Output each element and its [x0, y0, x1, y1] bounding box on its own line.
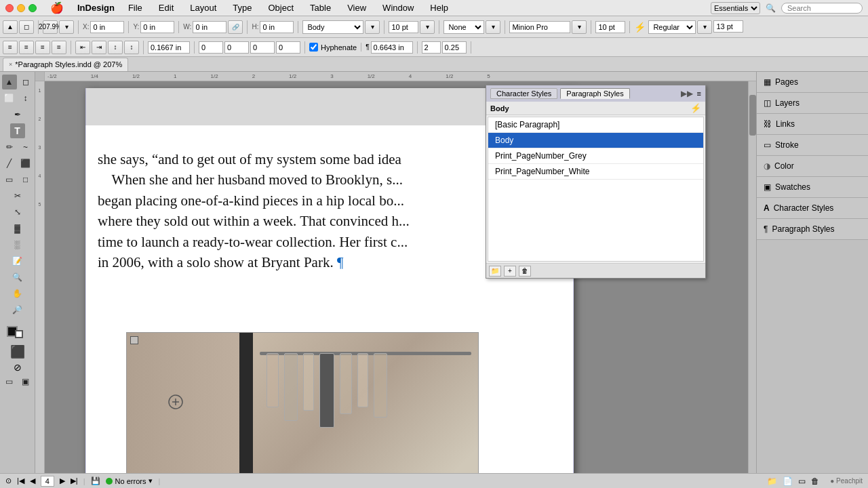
menu-table[interactable]: Table: [307, 1, 334, 14]
page-number-input[interactable]: 4: [41, 476, 54, 487]
workspace-select[interactable]: Essentials: [711, 2, 760, 14]
image-frame[interactable]: [126, 332, 479, 473]
right-panel-para-styles[interactable]: ¶ Paragraph Styles: [757, 219, 868, 240]
folder-icon[interactable]: 📁: [767, 476, 777, 486]
right-panel-char-styles[interactable]: A Character Styles: [757, 198, 868, 219]
preview-btn[interactable]: ▣: [18, 374, 33, 389]
style-item-pagenumber-white[interactable]: Print_PageNumber_White: [488, 164, 703, 180]
errors-dropdown[interactable]: ▾: [149, 476, 153, 485]
text-frame[interactable]: she says, “and to get out of my system s…: [92, 149, 482, 273]
close-button[interactable]: [5, 4, 14, 12]
right-panel-pages[interactable]: ▦ Pages: [757, 72, 868, 93]
indent-left-btn[interactable]: ⇤: [75, 41, 90, 54]
menu-search[interactable]: [781, 3, 863, 14]
font-size3-input[interactable]: [713, 20, 743, 33]
x-input[interactable]: [90, 21, 124, 33]
panel-menu-icon[interactable]: ≡: [697, 89, 701, 98]
align-center-btn[interactable]: ≡: [19, 41, 34, 54]
space-val3-input[interactable]: [250, 41, 275, 54]
rect-frame-tool[interactable]: ▭: [2, 172, 17, 187]
gap-tool[interactable]: ↕: [18, 91, 33, 106]
link-wh-btn[interactable]: 🔗: [228, 20, 243, 34]
menu-object[interactable]: Object: [266, 1, 297, 14]
align-justify-btn[interactable]: ≡: [52, 41, 66, 54]
stroke-swatch[interactable]: [15, 330, 23, 338]
none-select[interactable]: None: [443, 20, 484, 34]
menu-edit[interactable]: Edit: [156, 1, 176, 14]
font-style-select[interactable]: Regular: [648, 20, 696, 34]
leading-input[interactable]: [371, 41, 413, 54]
note-tool[interactable]: 📝: [10, 253, 25, 268]
hyphenate-checkbox[interactable]: [309, 43, 318, 52]
screen-mode-btn[interactable]: ▭: [798, 476, 806, 486]
prev-spread-btn[interactable]: |◀: [17, 476, 24, 485]
direct-selection-tool[interactable]: ◻: [18, 75, 33, 89]
doc-icon[interactable]: 📄: [783, 476, 793, 486]
indent-none-btn[interactable]: ↕: [108, 41, 123, 54]
style-item-basic[interactable]: [Basic Paragraph]: [488, 117, 703, 133]
style-item-pagenumber-grey[interactable]: Print_PageNumber_Grey: [488, 148, 703, 164]
line-tool[interactable]: ╱: [2, 156, 17, 171]
align-right-btn[interactable]: ≡: [35, 41, 50, 54]
prev-page-btn[interactable]: ◀: [30, 476, 35, 485]
direct-select-btn[interactable]: ◻: [19, 20, 34, 34]
font-name-dropdown[interactable]: ▾: [572, 20, 587, 34]
h-input[interactable]: [260, 21, 294, 33]
menu-view[interactable]: View: [344, 1, 369, 14]
selection-tool[interactable]: ▲: [2, 75, 17, 89]
free-transform-tool[interactable]: ⤡: [10, 205, 25, 220]
pencil-tool[interactable]: ✏: [2, 140, 17, 155]
new-group-btn[interactable]: 📁: [489, 266, 501, 277]
right-panel-links[interactable]: ⛓ Links: [757, 114, 868, 135]
menu-file[interactable]: File: [125, 1, 145, 14]
page-tool[interactable]: ⬜: [2, 91, 17, 106]
scissors-tool[interactable]: ✂: [10, 188, 25, 203]
delete-btn[interactable]: 🗑: [811, 476, 819, 486]
w-input[interactable]: [193, 21, 226, 33]
style-item-body[interactable]: Body: [488, 133, 703, 148]
menu-window[interactable]: Window: [380, 1, 416, 14]
hand-tool[interactable]: ✋: [10, 286, 25, 301]
right-panel-stroke[interactable]: ▭ Stroke: [757, 135, 868, 156]
font-size2-input[interactable]: [595, 21, 625, 33]
pen-tool[interactable]: ✒: [10, 107, 25, 122]
para-styles-tab[interactable]: Paragraph Styles: [560, 88, 629, 99]
apple-menu[interactable]: 🍎: [50, 1, 64, 14]
space-after-input[interactable]: [224, 41, 249, 54]
font-family-select[interactable]: Body: [302, 20, 363, 34]
normal-view-btn[interactable]: ▭: [2, 374, 17, 389]
eyedropper-tool[interactable]: 🔍: [10, 270, 25, 285]
minimize-button[interactable]: [17, 4, 25, 12]
right-panel-swatches[interactable]: ▣ Swatches: [757, 177, 868, 198]
zoom-button[interactable]: [28, 4, 37, 12]
frame-handle-tl[interactable]: [130, 336, 138, 344]
selection-tool-btn[interactable]: ▲: [3, 20, 18, 34]
next-spread-btn[interactable]: ▶|: [71, 476, 78, 485]
panel-expand-icon[interactable]: ▶▶: [681, 89, 693, 98]
vertical-scrollbar[interactable]: [748, 81, 756, 473]
font-size-input[interactable]: [389, 21, 418, 33]
indent-input[interactable]: [148, 41, 190, 54]
zoom-tool[interactable]: 🔎: [10, 302, 25, 317]
gradient-tool[interactable]: ▓: [10, 221, 25, 236]
font-name-input[interactable]: Minion Pro: [509, 21, 570, 33]
delete-style-btn[interactable]: 🗑: [519, 266, 531, 277]
frame-tool[interactable]: ⬛: [18, 156, 33, 171]
document-tab[interactable]: × *Paragraph Styles.indd @ 207%: [3, 58, 128, 71]
right-panel-layers[interactable]: ◫ Layers: [757, 93, 868, 114]
font-style-dropdown[interactable]: ▾: [697, 20, 712, 34]
tab-close-icon[interactable]: ×: [9, 61, 12, 68]
new-style-btn[interactable]: +: [504, 266, 516, 277]
cols-input[interactable]: [422, 41, 441, 54]
font-family-dropdown[interactable]: ▾: [365, 20, 380, 34]
space-before-input[interactable]: [199, 41, 223, 54]
page-canvas[interactable]: she says, “and to get out of my system s…: [45, 81, 756, 473]
indent-more-btn[interactable]: ↕: [124, 41, 139, 54]
menu-type[interactable]: Type: [230, 1, 254, 14]
align-left-btn[interactable]: ≡: [3, 41, 18, 54]
app-name[interactable]: InDesign: [77, 3, 115, 13]
gradient-feather-tool[interactable]: ░: [10, 237, 25, 252]
apply-color-btn[interactable]: ⬛: [10, 344, 25, 359]
zoom-display-btn[interactable]: 207.9 %: [43, 20, 58, 34]
none-dropdown[interactable]: ▾: [486, 20, 500, 34]
